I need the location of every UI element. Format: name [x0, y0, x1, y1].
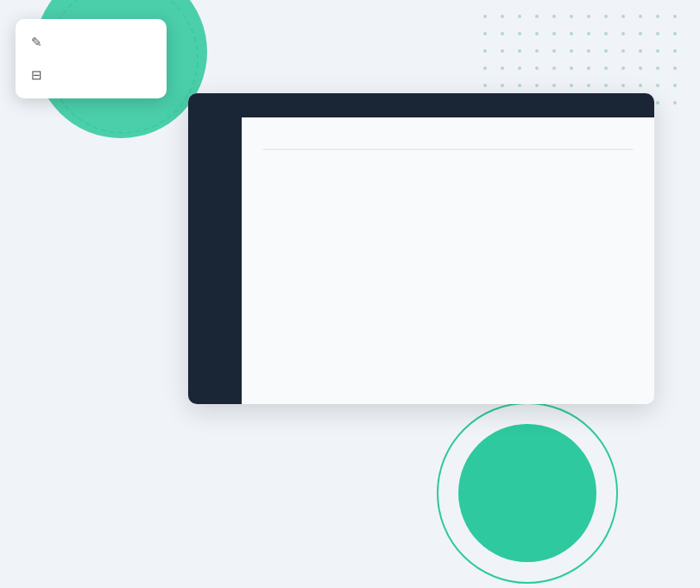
bg-circle-br-outline [437, 402, 618, 584]
archive-icon: ⊟ [31, 67, 42, 83]
context-menu-manage[interactable]: ✎ [16, 26, 167, 59]
manage-icon: ✎ [31, 35, 42, 50]
window-titlebar [188, 93, 654, 117]
context-menu: ✎ ⊟ [16, 19, 167, 98]
app-window [188, 93, 654, 404]
sidebar [188, 117, 242, 404]
main-content [242, 117, 654, 404]
context-menu-archive[interactable]: ⊟ [16, 59, 167, 92]
window-body [188, 117, 654, 404]
audience-list [262, 149, 634, 150]
